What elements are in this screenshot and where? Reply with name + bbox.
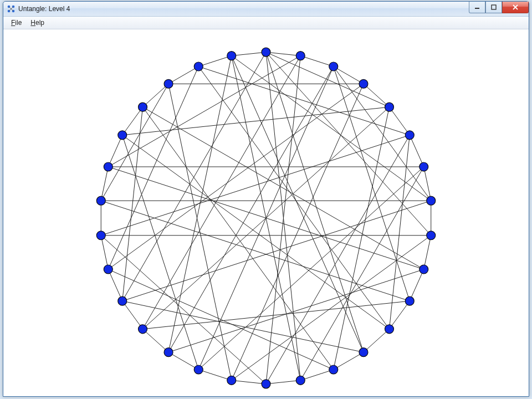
vertex[interactable]: [296, 376, 305, 385]
edge: [232, 56, 364, 352]
vertex[interactable]: [104, 265, 112, 274]
vertex[interactable]: [385, 103, 393, 111]
edge: [198, 56, 232, 66]
minimize-button[interactable]: [469, 2, 485, 13]
edge: [122, 301, 364, 352]
edge: [101, 236, 266, 384]
vertex[interactable]: [427, 196, 436, 205]
edge: [143, 56, 301, 329]
edge: [143, 107, 334, 370]
edge: [101, 167, 108, 201]
close-button[interactable]: [502, 2, 529, 13]
edge: [389, 107, 410, 135]
edge: [108, 135, 122, 167]
titlebar[interactable]: Untangle: Level 4: [3, 2, 529, 17]
edge: [410, 269, 423, 301]
vertex[interactable]: [385, 325, 393, 334]
edge: [364, 329, 390, 352]
menu-file[interactable]: File: [7, 18, 26, 28]
canvas-area[interactable]: [4, 29, 528, 396]
edge: [108, 56, 300, 167]
edge: [122, 301, 143, 329]
vertex[interactable]: [227, 376, 236, 385]
svg-rect-6: [475, 8, 479, 9]
window-controls: [469, 2, 529, 13]
edge: [198, 66, 334, 370]
edge: [143, 107, 424, 269]
edge: [334, 107, 390, 370]
vertex[interactable]: [139, 103, 147, 111]
edge: [410, 135, 423, 167]
edge: [122, 107, 143, 135]
app-window: Untangle: Level 4 File Help Vertices: 30…: [3, 1, 529, 397]
vertex[interactable]: [359, 348, 368, 357]
window-title: Untangle: Level 4: [18, 5, 70, 13]
edge: [198, 66, 410, 135]
vertex[interactable]: [118, 131, 127, 140]
edge: [108, 84, 364, 269]
vertex[interactable]: [194, 62, 203, 71]
edge: [232, 56, 431, 201]
graph-canvas[interactable]: [4, 29, 528, 396]
minimize-icon: [474, 4, 480, 10]
edge: [232, 236, 431, 381]
edge: [122, 107, 390, 135]
edge: [364, 84, 390, 107]
svg-rect-7: [492, 5, 496, 9]
edge: [101, 135, 410, 236]
vertex[interactable]: [427, 231, 436, 240]
edge: [232, 52, 266, 56]
vertex[interactable]: [329, 365, 338, 374]
edge: [266, 380, 300, 384]
vertex[interactable]: [118, 296, 127, 305]
maximize-button[interactable]: [485, 2, 502, 13]
edge: [266, 52, 300, 56]
vertex[interactable]: [405, 296, 414, 305]
vertex[interactable]: [420, 265, 428, 274]
edge: [300, 56, 334, 66]
vertex[interactable]: [262, 48, 270, 57]
vertex[interactable]: [164, 348, 173, 357]
vertex[interactable]: [420, 162, 428, 171]
close-icon: [512, 4, 519, 10]
vertex[interactable]: [329, 62, 338, 71]
vertex[interactable]: [104, 162, 112, 171]
vertex[interactable]: [405, 131, 414, 140]
menubar: File Help: [3, 17, 529, 29]
vertex[interactable]: [227, 52, 236, 60]
vertex[interactable]: [262, 380, 270, 388]
menu-help[interactable]: Help: [26, 18, 49, 28]
edge: [389, 301, 410, 329]
edge: [101, 236, 108, 269]
edge: [266, 52, 300, 380]
edge: [334, 352, 364, 370]
vertex[interactable]: [194, 365, 203, 374]
vertex[interactable]: [96, 196, 105, 205]
app-icon: [7, 4, 16, 13]
edge: [122, 201, 431, 301]
edge: [143, 329, 169, 352]
edge: [143, 84, 169, 107]
edge: [232, 380, 266, 384]
edge: [334, 66, 431, 201]
edge: [424, 236, 431, 269]
vertex[interactable]: [296, 52, 305, 60]
edge: [108, 66, 198, 269]
vertex[interactable]: [359, 79, 368, 88]
edge: [122, 52, 266, 301]
edge: [334, 66, 410, 301]
edge: [198, 370, 232, 380]
vertex[interactable]: [139, 325, 147, 334]
vertex[interactable]: [164, 79, 173, 88]
edges-group: [101, 52, 431, 384]
maximize-icon: [491, 4, 497, 10]
edge: [108, 269, 122, 301]
edge: [168, 66, 198, 84]
vertex[interactable]: [96, 231, 105, 240]
